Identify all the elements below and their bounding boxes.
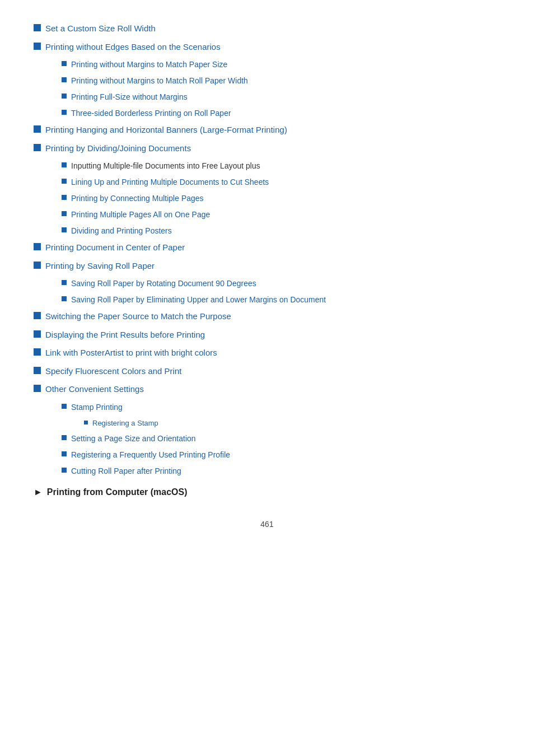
toc-item-11-1-1: Registering a Stamp <box>34 418 500 429</box>
bullet-icon-7 <box>34 312 41 319</box>
toc-item-2: Printing without Edges Based on the Scen… <box>34 41 500 54</box>
toc-section-10: Specify Fluorescent Colors and Print <box>34 365 500 378</box>
toc-section-2: Printing without Edges Based on the Scen… <box>34 41 500 120</box>
link-registering-a-stamp[interactable]: Registering a Stamp <box>92 418 158 429</box>
toc-section-9: Link with PosterArtist to print with bri… <box>34 347 500 360</box>
link-printing-dividing-joining[interactable]: Printing by Dividing/Joining Documents <box>45 142 191 155</box>
bullet-icon-9 <box>34 348 41 356</box>
toc-list: Set a Custom Size Roll Width Printing wi… <box>34 22 500 477</box>
toc-section-7: Switching the Paper Source to Match the … <box>34 310 500 323</box>
link-printing-without-margins-paper-size[interactable]: Printing without Margins to Match Paper … <box>71 59 227 71</box>
bullet-icon-11-4 <box>62 468 67 473</box>
bullet-icon-4-4 <box>62 211 67 216</box>
link-printing-connecting-multiple-pages[interactable]: Printing by Connecting Multiple Pages <box>71 193 204 204</box>
toc-section-1: Set a Custom Size Roll Width <box>34 22 500 35</box>
link-printing-multiple-pages-one-page[interactable]: Printing Multiple Pages All on One Page <box>71 209 210 221</box>
link-printing-full-size-without-margins[interactable]: Printing Full-Size without Margins <box>71 91 188 103</box>
toc-item-11: Other Convenient Settings <box>34 383 500 396</box>
bullet-icon-2-3 <box>62 94 67 99</box>
bullet-icon-6-1 <box>62 280 67 285</box>
toc-item-4-3: Printing by Connecting Multiple Pages <box>34 193 500 204</box>
link-three-sided-borderless[interactable]: Three-sided Borderless Printing on Roll … <box>71 108 231 119</box>
bullet-icon-1 <box>34 24 41 31</box>
toc-item-7: Switching the Paper Source to Match the … <box>34 310 500 323</box>
link-specify-fluorescent-colors[interactable]: Specify Fluorescent Colors and Print <box>45 365 181 378</box>
toc-item-5: Printing Document in Center of Paper <box>34 241 500 254</box>
bullet-icon-2-1 <box>62 61 67 66</box>
text-inputting-multiple-file: Inputting Multiple-file Documents into F… <box>71 160 260 172</box>
toc-item-4: Printing by Dividing/Joining Documents <box>34 142 500 155</box>
link-displaying-print-results[interactable]: Displaying the Print Results before Prin… <box>45 329 205 342</box>
link-registering-printing-profile[interactable]: Registering a Frequently Used Printing P… <box>71 449 230 461</box>
sub-items-6: Saving Roll Paper by Rotating Document 9… <box>34 278 500 306</box>
toc-section-6: Printing by Saving Roll Paper Saving Rol… <box>34 260 500 306</box>
toc-item-4-4: Printing Multiple Pages All on One Page <box>34 209 500 221</box>
toc-item-2-4: Three-sided Borderless Printing on Roll … <box>34 108 500 119</box>
bullet-icon-11-2 <box>62 435 67 440</box>
bullet-icon-2 <box>34 43 41 50</box>
toc-item-11-3: Registering a Frequently Used Printing P… <box>34 449 500 461</box>
link-printing-without-edges[interactable]: Printing without Edges Based on the Scen… <box>45 41 221 54</box>
page-number: 461 <box>34 520 500 529</box>
link-posterartist-bright-colors[interactable]: Link with PosterArtist to print with bri… <box>45 347 217 360</box>
toc-item-2-2: Printing without Margins to Match Roll P… <box>34 75 500 87</box>
chapter-macos[interactable]: ► Printing from Computer (macOS) <box>34 487 500 497</box>
bullet-icon-4-2 <box>62 179 67 184</box>
sub-items-2: Printing without Margins to Match Paper … <box>34 59 500 119</box>
bullet-icon-4-3 <box>62 195 67 200</box>
bullet-icon-11-1-1 <box>84 421 88 424</box>
toc-item-6-1: Saving Roll Paper by Rotating Document 9… <box>34 278 500 290</box>
link-lining-up-multiple-documents[interactable]: Lining Up and Printing Multiple Document… <box>71 176 269 188</box>
link-cutting-roll-paper[interactable]: Cutting Roll Paper after Printing <box>71 465 181 477</box>
toc-item-11-1: Stamp Printing <box>34 402 500 413</box>
link-printing-without-margins-roll-width[interactable]: Printing without Margins to Match Roll P… <box>71 75 248 87</box>
link-other-convenient-settings[interactable]: Other Convenient Settings <box>45 383 144 396</box>
link-printing-banners[interactable]: Printing Hanging and Horizontal Banners … <box>45 124 287 137</box>
toc-item-2-3: Printing Full-Size without Margins <box>34 91 500 103</box>
toc-item-2-1: Printing without Margins to Match Paper … <box>34 59 500 71</box>
bullet-icon-11 <box>34 385 41 392</box>
link-switching-paper-source[interactable]: Switching the Paper Source to Match the … <box>45 310 231 323</box>
bullet-icon-8 <box>34 330 41 338</box>
toc-item-10: Specify Fluorescent Colors and Print <box>34 365 500 378</box>
toc-item-4-1: Inputting Multiple-file Documents into F… <box>34 160 500 172</box>
bullet-icon-5 <box>34 243 41 250</box>
toc-item-1: Set a Custom Size Roll Width <box>34 22 500 35</box>
sub-items-4: Inputting Multiple-file Documents into F… <box>34 160 500 237</box>
toc-item-11-4: Cutting Roll Paper after Printing <box>34 465 500 477</box>
bullet-icon-4-1 <box>62 162 67 167</box>
link-printing-saving-roll-paper[interactable]: Printing by Saving Roll Paper <box>45 260 154 273</box>
link-stamp-printing[interactable]: Stamp Printing <box>71 402 123 413</box>
toc-section-8: Displaying the Print Results before Prin… <box>34 329 500 342</box>
bullet-icon-2-2 <box>62 77 67 82</box>
bullet-icon-11-1 <box>62 404 67 409</box>
toc-item-6: Printing by Saving Roll Paper <box>34 260 500 273</box>
bullet-icon-4 <box>34 144 41 151</box>
link-saving-roll-paper-rotating[interactable]: Saving Roll Paper by Rotating Document 9… <box>71 278 256 290</box>
toc-item-4-5: Dividing and Printing Posters <box>34 225 500 237</box>
bullet-icon-4-5 <box>62 227 67 232</box>
bullet-icon-2-4 <box>62 110 67 115</box>
toc-item-6-2: Saving Roll Paper by Eliminating Upper a… <box>34 294 500 306</box>
link-saving-roll-paper-eliminating[interactable]: Saving Roll Paper by Eliminating Upper a… <box>71 294 326 306</box>
sub-items-11: Stamp Printing Registering a Stamp Setti… <box>34 402 500 478</box>
toc-item-8: Displaying the Print Results before Prin… <box>34 329 500 342</box>
link-set-custom-size-roll-width[interactable]: Set a Custom Size Roll Width <box>45 22 156 35</box>
chapter-arrow-icon: ► <box>34 488 43 497</box>
bullet-icon-6 <box>34 262 41 269</box>
toc-item-9: Link with PosterArtist to print with bri… <box>34 347 500 360</box>
chapter-macos-label: Printing from Computer (macOS) <box>47 487 188 497</box>
toc-section-3: Printing Hanging and Horizontal Banners … <box>34 124 500 137</box>
link-dividing-printing-posters[interactable]: Dividing and Printing Posters <box>71 225 172 237</box>
link-setting-page-size-orientation[interactable]: Setting a Page Size and Orientation <box>71 433 196 445</box>
toc-section-11: Other Convenient Settings Stamp Printing… <box>34 383 500 477</box>
toc-item-11-2: Setting a Page Size and Orientation <box>34 433 500 445</box>
toc-item-3: Printing Hanging and Horizontal Banners … <box>34 124 500 137</box>
toc-section-4: Printing by Dividing/Joining Documents I… <box>34 142 500 237</box>
bullet-icon-10 <box>34 367 41 374</box>
bullet-icon-6-2 <box>62 296 67 301</box>
bullet-icon-11-3 <box>62 451 67 456</box>
toc-item-4-2: Lining Up and Printing Multiple Document… <box>34 176 500 188</box>
link-printing-document-center[interactable]: Printing Document in Center of Paper <box>45 241 185 254</box>
bullet-icon-3 <box>34 125 41 133</box>
